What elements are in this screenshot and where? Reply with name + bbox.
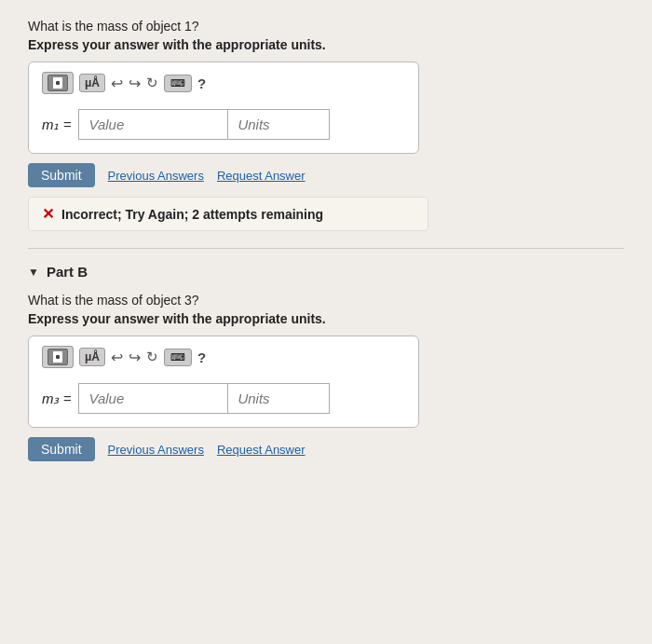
- part-a-instruction: Express your answer with the appropriate…: [28, 37, 624, 52]
- part-b-header: ▼ Part B: [28, 264, 624, 280]
- part-a-previous-answers-button[interactable]: Previous Answers: [108, 169, 204, 183]
- matrix-icon: [48, 75, 68, 91]
- part-b-action-row: Submit Previous Answers Request Answer: [28, 437, 624, 461]
- part-a-units-input[interactable]: [227, 109, 330, 140]
- part-a-value-input[interactable]: [78, 109, 227, 140]
- part-b-value-input[interactable]: [78, 383, 227, 414]
- part-b-answer-box: μÅ ↩ ↪ ↻ ⌨ ? m₃ =: [28, 336, 419, 428]
- part-b-submit-button[interactable]: Submit: [28, 437, 95, 461]
- part-a-feedback-row: ✕ Incorrect; Try Again; 2 attempts remai…: [28, 197, 428, 231]
- part-b-help-button[interactable]: ?: [197, 349, 206, 365]
- part-b-redo-button[interactable]: ↪: [129, 349, 141, 366]
- part-b-mu-label: μÅ: [85, 350, 100, 363]
- section-divider: [28, 248, 624, 249]
- part-b-refresh-button[interactable]: ↻: [146, 349, 158, 365]
- part-a-var-label: m₁ =: [42, 116, 71, 133]
- part-b-var-label: m₃ =: [42, 391, 71, 407]
- part-a-answer-box: μÅ ↩ ↪ ↻ ⌨ ? m₁ =: [28, 62, 419, 154]
- part-b-matrix-icon-button[interactable]: [42, 346, 74, 368]
- part-b-keyboard-button[interactable]: ⌨: [164, 349, 192, 366]
- part-b-input-row: m₃ =: [42, 383, 405, 414]
- part-a-request-answer-button[interactable]: Request Answer: [217, 169, 306, 183]
- part-a-mu-label: μÅ: [85, 76, 100, 89]
- matrix-dot: [56, 81, 60, 85]
- incorrect-icon: ✕: [42, 205, 54, 223]
- part-a-mu-button[interactable]: μÅ: [79, 74, 105, 92]
- part-a-undo-button[interactable]: ↩: [111, 75, 123, 92]
- part-b-matrix-icon: [48, 349, 68, 365]
- part-b-toolbar: μÅ ↩ ↪ ↻ ⌨ ?: [42, 346, 405, 374]
- part-b-question: What is the mass of object 3?: [28, 293, 624, 308]
- part-b-undo-button[interactable]: ↩: [111, 349, 123, 366]
- part-a-input-row: m₁ =: [42, 109, 405, 140]
- part-a-feedback-text: Incorrect; Try Again; 2 attempts remaini…: [61, 207, 323, 222]
- part-a-action-row: Submit Previous Answers Request Answer: [28, 163, 624, 187]
- part-a-redo-button[interactable]: ↪: [129, 75, 141, 92]
- part-a-help-button[interactable]: ?: [197, 75, 206, 91]
- part-b-instruction: Express your answer with the appropriate…: [28, 311, 624, 326]
- part-b-request-answer-button[interactable]: Request Answer: [217, 443, 306, 457]
- part-b-mu-button[interactable]: μÅ: [79, 348, 105, 366]
- part-a-refresh-button[interactable]: ↻: [146, 75, 158, 91]
- collapse-triangle-icon[interactable]: ▼: [28, 266, 39, 279]
- part-a-keyboard-button[interactable]: ⌨: [164, 75, 192, 92]
- part-b-matrix-icon-inner: [53, 351, 62, 363]
- part-a-question: What is the mass of object 1?: [28, 19, 624, 34]
- part-a-section: What is the mass of object 1? Express yo…: [28, 19, 624, 231]
- part-b-matrix-dot: [56, 355, 60, 359]
- part-b-previous-answers-button[interactable]: Previous Answers: [108, 443, 204, 457]
- part-b-section: ▼ Part B What is the mass of object 3? E…: [28, 264, 624, 461]
- part-a-submit-button[interactable]: Submit: [28, 163, 95, 187]
- part-a-matrix-icon-button[interactable]: [42, 72, 74, 94]
- part-b-label: Part B: [47, 264, 88, 280]
- part-a-toolbar: μÅ ↩ ↪ ↻ ⌨ ?: [42, 72, 405, 100]
- part-b-units-input[interactable]: [227, 383, 330, 414]
- matrix-icon-inner: [53, 77, 62, 89]
